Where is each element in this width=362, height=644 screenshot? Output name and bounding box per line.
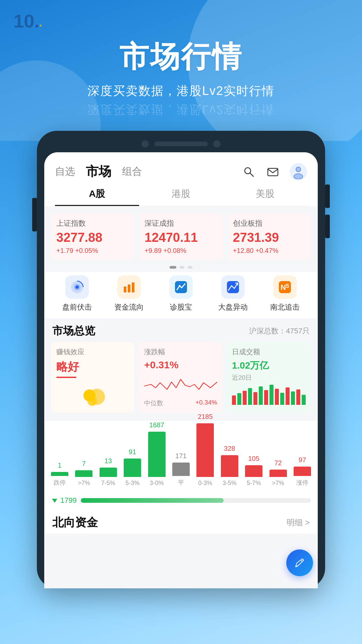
- north-capital-header: 北向资金 明细 >: [44, 509, 318, 534]
- tool-zhenggu[interactable]: 诊股宝: [155, 275, 207, 312]
- volume-bar: [296, 389, 300, 405]
- bar-dist-label: >7%: [272, 480, 284, 487]
- index-card-chuangye[interactable]: 创业板指 2731.39 +12.80 +0.47%: [228, 213, 311, 260]
- tool-dapan[interactable]: 大盘异动: [207, 275, 259, 312]
- phone-speaker: [154, 142, 208, 146]
- bar-dist-bar: [294, 467, 311, 476]
- rise-card-sub-value: +0.34%: [195, 399, 217, 408]
- bar-dist-count: 171: [175, 452, 186, 460]
- north-capital-title: 北向资金: [52, 515, 98, 530]
- rise-card-value: +0.31%: [144, 359, 217, 371]
- bar-dist-column: 1055-7%: [245, 455, 262, 487]
- svg-rect-10: [124, 286, 126, 292]
- hero-title: 市场行情: [119, 37, 243, 77]
- index-value-shanghai: 3277.88: [56, 230, 129, 245]
- svg-text:N: N: [281, 283, 286, 291]
- volume-card[interactable]: 日成交额 1.02万亿 近20日: [227, 342, 311, 413]
- bar-dist-column: 3283-5%: [221, 445, 238, 487]
- index-changes-shenzhen: +9.89 +0.08%: [144, 247, 217, 255]
- bar-dist-count: 1687: [149, 421, 164, 429]
- search-button[interactable]: [241, 164, 256, 179]
- volume-bar: [248, 388, 252, 405]
- bar-dist-label: 跌停: [54, 479, 66, 487]
- tab-shichang[interactable]: 市场: [86, 162, 111, 181]
- bar-dist-label: 5-3%: [125, 480, 139, 487]
- rise-card[interactable]: 涨跌幅 +0.31% 中位数 +0.34%: [139, 342, 223, 413]
- stock-tabs: A股 港股 美股: [55, 187, 307, 206]
- bar-dist-column: 97涨停: [294, 456, 311, 487]
- bar-dist-bar: [245, 465, 262, 477]
- volume-card-sub-label: 近20日: [232, 373, 306, 382]
- avatar-button[interactable]: [290, 163, 307, 180]
- power-button: [32, 198, 37, 231]
- bar-dist-column: 16873-0%: [148, 421, 166, 487]
- earn-card[interactable]: 赚钱效应 略好: [51, 342, 135, 413]
- index-changes-chuangye: +12.80 +0.47%: [233, 247, 306, 255]
- bar-dist-bar: [75, 470, 93, 477]
- app-logo: 10.•: [13, 10, 42, 32]
- bar-dist-bar: [124, 459, 141, 477]
- tab-hk-stock[interactable]: 港股: [139, 187, 223, 206]
- index-card-shenzhen[interactable]: 深证成指 12470.11 +9.89 +0.08%: [139, 213, 223, 260]
- bar-dist-column: 21850-3%: [196, 413, 214, 487]
- tool-icon-panqian: [65, 275, 89, 299]
- bar-dist-count: 91: [129, 448, 136, 456]
- volume-bar: [237, 393, 241, 405]
- carousel-dots: [44, 266, 318, 269]
- svg-marker-24: [52, 499, 57, 503]
- bar-dist-column: 1跌停: [51, 462, 68, 487]
- volume-bar: [280, 393, 284, 405]
- bar-dist-column: 171平: [172, 452, 190, 487]
- bar-dist-label: 5-7%: [247, 480, 261, 487]
- svg-text:S: S: [286, 283, 289, 289]
- bar-dist-label: 3-5%: [223, 480, 237, 487]
- quick-tools-section: 盘前伏击 资金流向: [44, 272, 318, 318]
- app-header: 自选 市场 组合: [44, 152, 318, 206]
- tool-icon-nanbei: N S: [273, 275, 297, 299]
- volume-card-label: 日成交额: [232, 347, 306, 357]
- fab-button[interactable]: [286, 549, 313, 576]
- hero-subtitle: 深度买卖数据，港股Lv2实时行情: [87, 83, 275, 99]
- bar-dist-label: >7%: [78, 480, 90, 487]
- bar-dist-label: 涨停: [296, 479, 308, 487]
- volume-bar: [264, 390, 268, 405]
- tool-icon-zijin: [117, 275, 141, 299]
- bar-dist-count: 72: [274, 459, 282, 467]
- index-card-shanghai[interactable]: 上证指数 3277.88 +1.79 +0.05%: [51, 213, 134, 260]
- bar-dist-label: 0-3%: [198, 480, 212, 487]
- market-overview-header: 市场总览 沪深总数：4757只: [44, 318, 318, 342]
- bar-dist-bar: [172, 463, 190, 476]
- header-icons: [241, 163, 307, 180]
- tab-us-stock[interactable]: 美股: [223, 187, 307, 206]
- mail-button[interactable]: [265, 164, 280, 179]
- header-nav: 自选 市场 组合: [55, 162, 307, 181]
- index-label-shanghai: 上证指数: [56, 218, 129, 228]
- bar-dist-count: 2185: [198, 413, 213, 421]
- tool-icon-zhenggu: [169, 275, 193, 299]
- phone-mockup: 自选 市场 组合: [0, 131, 362, 588]
- volume-bars: [232, 385, 306, 405]
- app-screen: 自选 市场 组合: [44, 152, 318, 588]
- svg-point-9: [75, 285, 79, 289]
- svg-point-14: [179, 285, 181, 287]
- bar-dist-count: 7: [82, 460, 86, 468]
- tab-zuhe[interactable]: 组合: [122, 163, 142, 180]
- svg-point-5: [296, 167, 300, 171]
- tool-panqian[interactable]: 盘前伏击: [51, 275, 103, 312]
- bar-dist-count: 97: [299, 456, 306, 464]
- phone-body: 自选 市场 组合: [37, 131, 325, 588]
- volume-bar: [302, 395, 306, 405]
- volume-bar: [269, 385, 274, 405]
- tab-a-stock[interactable]: A股: [55, 187, 139, 206]
- market-overview-title: 市场总览: [52, 324, 95, 338]
- volume-bar: [253, 392, 257, 405]
- tool-label-zhenggu: 诊股宝: [170, 302, 192, 312]
- dot-2: [180, 266, 184, 269]
- tool-label-nanbei: 南北追击: [270, 302, 300, 312]
- north-capital-more[interactable]: 明细 >: [287, 517, 310, 528]
- tool-nanbei[interactable]: N S 南北追击: [259, 275, 311, 312]
- tab-zixuan[interactable]: 自选: [55, 163, 75, 180]
- tool-zijin[interactable]: 资金流向: [103, 275, 155, 312]
- index-label-chuangye: 创业板指: [233, 218, 306, 228]
- market-overview-cards: 赚钱效应 略好 涨跌幅 +0.31%: [44, 342, 318, 418]
